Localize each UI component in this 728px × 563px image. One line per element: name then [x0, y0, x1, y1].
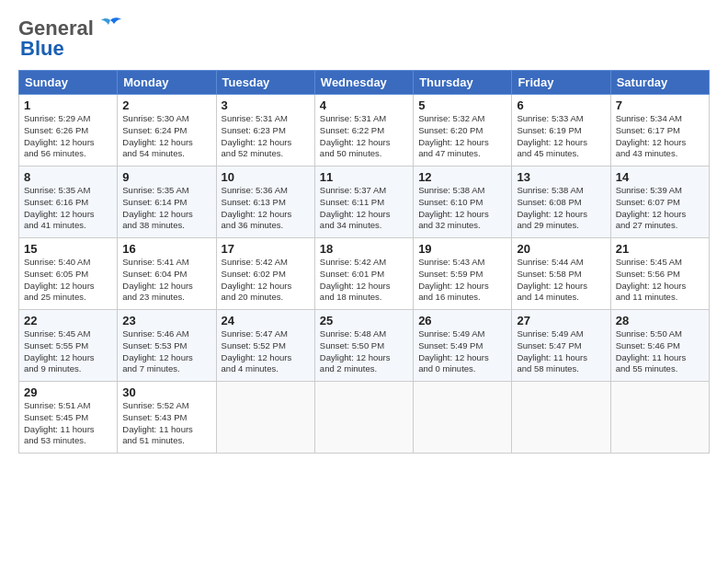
- calendar-cell: 9Sunrise: 5:35 AMSunset: 6:14 PMDaylight…: [118, 167, 216, 238]
- day-detail: Daylight: 12 hours: [24, 281, 112, 293]
- day-detail: and 56 minutes.: [24, 148, 112, 160]
- day-detail: Daylight: 12 hours: [616, 209, 704, 221]
- day-detail: and 32 minutes.: [418, 220, 506, 232]
- day-detail: and 14 minutes.: [517, 292, 605, 304]
- day-detail: Sunset: 6:08 PM: [517, 197, 605, 209]
- day-detail: Daylight: 12 hours: [320, 137, 408, 149]
- day-number: 5: [418, 98, 506, 112]
- day-detail: and 52 minutes.: [222, 148, 310, 160]
- day-number: 4: [320, 98, 408, 112]
- day-detail: and 20 minutes.: [222, 292, 310, 304]
- calendar-cell: 11Sunrise: 5:37 AMSunset: 6:11 PMDayligh…: [314, 167, 413, 238]
- day-detail: Sunrise: 5:48 AM: [320, 328, 408, 340]
- day-detail: Daylight: 12 hours: [222, 352, 310, 364]
- calendar-cell: 3Sunrise: 5:31 AMSunset: 6:23 PMDaylight…: [216, 95, 314, 167]
- day-detail: Sunrise: 5:39 AM: [616, 185, 704, 197]
- day-detail: Daylight: 12 hours: [616, 281, 704, 293]
- day-detail: Sunset: 6:23 PM: [222, 125, 310, 137]
- day-number: 16: [122, 242, 210, 256]
- day-detail: and 53 minutes.: [24, 435, 112, 447]
- calendar-cell: 6Sunrise: 5:33 AMSunset: 6:19 PMDaylight…: [512, 95, 610, 167]
- day-number: 27: [517, 314, 605, 327]
- day-number: 2: [122, 98, 210, 112]
- calendar-cell: 17Sunrise: 5:42 AMSunset: 6:02 PMDayligh…: [216, 238, 314, 310]
- day-detail: Sunrise: 5:29 AM: [24, 113, 112, 125]
- day-detail: Sunset: 6:14 PM: [122, 197, 210, 209]
- calendar-cell: 14Sunrise: 5:39 AMSunset: 6:07 PMDayligh…: [610, 167, 709, 238]
- day-detail: and 41 minutes.: [24, 220, 112, 232]
- day-detail: Daylight: 12 hours: [418, 209, 506, 221]
- calendar-cell: 18Sunrise: 5:42 AMSunset: 6:01 PMDayligh…: [314, 238, 413, 310]
- header-sunday: Sunday: [19, 71, 118, 95]
- day-detail: Sunrise: 5:49 AM: [418, 328, 506, 340]
- calendar-cell: [216, 382, 314, 454]
- day-detail: and 23 minutes.: [122, 292, 210, 304]
- day-detail: and 38 minutes.: [122, 220, 210, 232]
- day-detail: Sunset: 5:59 PM: [418, 269, 506, 281]
- day-detail: Daylight: 12 hours: [320, 281, 408, 293]
- calendar-week-row: 29Sunrise: 5:51 AMSunset: 5:45 PMDayligh…: [19, 382, 710, 454]
- day-detail: Daylight: 12 hours: [320, 209, 408, 221]
- calendar-cell: [512, 382, 610, 454]
- day-detail: Sunrise: 5:40 AM: [24, 257, 112, 269]
- day-number: 19: [418, 242, 506, 256]
- day-detail: Sunset: 5:49 PM: [418, 340, 506, 352]
- calendar-cell: 15Sunrise: 5:40 AMSunset: 6:05 PMDayligh…: [19, 238, 118, 310]
- calendar-cell: 24Sunrise: 5:47 AMSunset: 5:52 PMDayligh…: [216, 310, 314, 382]
- day-number: 11: [320, 170, 408, 184]
- day-number: 6: [517, 98, 605, 112]
- day-detail: and 18 minutes.: [320, 292, 408, 304]
- day-number: 10: [222, 170, 310, 184]
- day-detail: Sunrise: 5:31 AM: [222, 113, 310, 125]
- header-wednesday: Wednesday: [314, 71, 413, 95]
- day-number: 22: [24, 314, 112, 327]
- day-detail: and 54 minutes.: [122, 148, 210, 160]
- calendar-cell: 29Sunrise: 5:51 AMSunset: 5:45 PMDayligh…: [19, 382, 118, 454]
- day-detail: Sunrise: 5:38 AM: [418, 185, 506, 197]
- calendar-cell: 19Sunrise: 5:43 AMSunset: 5:59 PMDayligh…: [414, 238, 512, 310]
- day-detail: Daylight: 12 hours: [418, 137, 506, 149]
- calendar-header-row: SundayMondayTuesdayWednesdayThursdayFrid…: [19, 71, 710, 95]
- day-number: 30: [122, 385, 210, 399]
- day-detail: Daylight: 12 hours: [320, 352, 408, 364]
- day-detail: and 58 minutes.: [517, 363, 605, 375]
- day-detail: and 16 minutes.: [418, 292, 506, 304]
- calendar-cell: 25Sunrise: 5:48 AMSunset: 5:50 PMDayligh…: [314, 310, 413, 382]
- day-number: 25: [320, 314, 408, 327]
- day-detail: and 9 minutes.: [24, 363, 112, 375]
- day-detail: Sunset: 6:05 PM: [24, 269, 112, 281]
- calendar-cell: 20Sunrise: 5:44 AMSunset: 5:58 PMDayligh…: [512, 238, 610, 310]
- day-number: 9: [122, 170, 210, 184]
- day-detail: Sunrise: 5:37 AM: [320, 185, 408, 197]
- day-detail: Sunset: 5:53 PM: [122, 340, 210, 352]
- day-detail: Sunset: 5:52 PM: [222, 340, 310, 352]
- day-detail: Sunset: 6:10 PM: [418, 197, 506, 209]
- day-number: 12: [418, 170, 506, 184]
- day-detail: Sunset: 6:17 PM: [616, 125, 704, 137]
- day-detail: Daylight: 12 hours: [517, 209, 605, 221]
- day-detail: and 50 minutes.: [320, 148, 408, 160]
- calendar-cell: 27Sunrise: 5:49 AMSunset: 5:47 PMDayligh…: [512, 310, 610, 382]
- day-number: 13: [517, 170, 605, 184]
- day-detail: Sunset: 5:56 PM: [616, 269, 704, 281]
- day-detail: Sunset: 6:20 PM: [418, 125, 506, 137]
- day-detail: Sunrise: 5:42 AM: [222, 257, 310, 269]
- day-detail: Sunrise: 5:36 AM: [222, 185, 310, 197]
- day-detail: Sunset: 5:43 PM: [122, 412, 210, 424]
- day-detail: and 45 minutes.: [517, 148, 605, 160]
- logo-bird-icon: [97, 17, 123, 37]
- day-detail: and 7 minutes.: [122, 363, 210, 375]
- day-detail: Sunset: 6:13 PM: [222, 197, 310, 209]
- header-saturday: Saturday: [610, 71, 709, 95]
- day-detail: Sunrise: 5:31 AM: [320, 113, 408, 125]
- day-detail: Sunrise: 5:52 AM: [122, 400, 210, 412]
- day-detail: Sunrise: 5:35 AM: [24, 185, 112, 197]
- day-detail: Sunrise: 5:32 AM: [418, 113, 506, 125]
- day-detail: and 47 minutes.: [418, 148, 506, 160]
- day-detail: and 0 minutes.: [418, 363, 506, 375]
- day-detail: Daylight: 12 hours: [616, 137, 704, 149]
- day-detail: Sunrise: 5:30 AM: [122, 113, 210, 125]
- day-detail: and 25 minutes.: [24, 292, 112, 304]
- day-detail: Daylight: 12 hours: [122, 209, 210, 221]
- day-detail: Sunset: 5:58 PM: [517, 269, 605, 281]
